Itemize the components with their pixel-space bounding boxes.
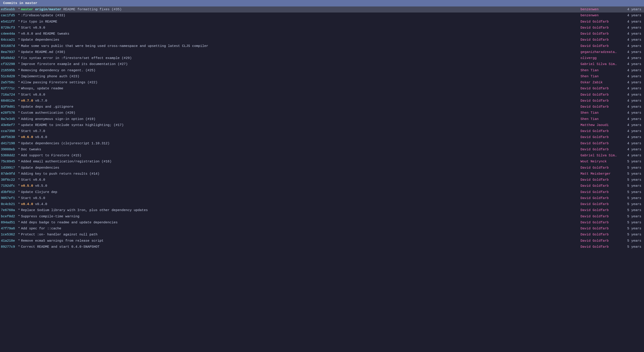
commit-hash[interactable]: 87de9fd: [1, 171, 17, 176]
commit-hash[interactable]: 2a5758c: [1, 80, 17, 85]
table-row[interactable]: cac1fd5 * :firebase/update (#33)benzenwe…: [0, 12, 644, 18]
commit-hash[interactable]: 0a7e345: [1, 117, 17, 122]
commit-hash[interactable]: 5368dd2: [1, 153, 17, 158]
table-row[interactable]: 9057ef1 * Start v0.5.0David Goldfarb5 ye…: [0, 195, 644, 201]
commit-hash[interactable]: 684812e: [1, 98, 17, 103]
commit-hash[interactable]: e28f576: [1, 110, 17, 116]
commit-author: David Goldfarb: [576, 43, 623, 49]
table-row[interactable]: 8549d42 * Fix syntax error in :firestore…: [0, 55, 644, 61]
table-row[interactable]: 684812e * v0.7.0 v0.7.0David Goldfarb4 y…: [0, 98, 644, 104]
commit-hash[interactable]: d417198: [1, 141, 17, 146]
commit-hash[interactable]: 64cca21: [1, 37, 17, 42]
commit-message: Start v0.9.0: [21, 25, 576, 30]
commit-message: Whoops, update readme: [21, 86, 576, 91]
commit-hash[interactable]: 1ce5362: [1, 232, 17, 237]
commit-hash[interactable]: ed5eabb: [1, 7, 17, 12]
table-row[interactable]: cf32298 * Improve firestore example and …: [0, 61, 644, 67]
commit-hash[interactable]: 89277c9: [1, 244, 17, 249]
commit-hash[interactable]: 83f9d01: [1, 104, 17, 109]
commit-hash[interactable]: 8549d42: [1, 56, 17, 61]
table-row[interactable]: ed5eabb * master origin/master README fo…: [0, 6, 644, 12]
commit-hash[interactable]: 41a218e: [1, 238, 17, 243]
table-row[interactable]: 83f9d01 * Update deps and .gitignoreDavi…: [0, 104, 644, 110]
table-row[interactable]: 51c6d20 * Implementing phone auth (#23)S…: [0, 73, 644, 80]
commit-hash[interactable]: 7192dfc: [1, 183, 17, 188]
commit-hash[interactable]: 46f5630: [1, 135, 17, 140]
table-row[interactable]: 1d39917 * Update dependenciesDavid Goldf…: [0, 165, 644, 171]
table-row[interactable]: 0c4cb21 * v0.4.0 v0.4.0David Goldfarb5 y…: [0, 201, 644, 207]
commit-hash[interactable]: 38f6c22: [1, 177, 17, 182]
table-row[interactable]: e28f576 * Custom authentication (#20)She…: [0, 110, 644, 116]
table-row[interactable]: 62f771c * Whoops, update readmeDavid Gol…: [0, 86, 644, 92]
title-bar: Commits in master: [0, 0, 644, 6]
commit-hash[interactable]: d3bf012: [1, 190, 17, 195]
commit-message: Improve firestore example and its docume…: [21, 62, 576, 67]
table-row[interactable]: 7e6760a * Replace Sodium library with Ir…: [0, 207, 644, 213]
table-row[interactable]: 46f5630 * v0.6.0 v0.6.0David Goldfarb4 y…: [0, 134, 644, 140]
commit-hash[interactable]: 9057ef1: [1, 196, 17, 201]
commit-hash[interactable]: bcef0d2: [1, 214, 17, 219]
commit-message: Start v0.8.0: [21, 92, 576, 97]
table-row[interactable]: 0a7e345 * Adding anonymous sign-in optio…: [0, 116, 644, 122]
commit-message: Suppress compile-time warning: [21, 214, 576, 219]
commit-star: *: [17, 43, 21, 49]
commit-author: David Goldfarb: [576, 183, 623, 188]
commit-star: *: [17, 196, 21, 201]
table-row[interactable]: 41a218e * Remove ecma5 warnings from rel…: [0, 238, 644, 244]
table-row[interactable]: c4ee44a * v0.8.0 and README tweaksDavid …: [0, 31, 644, 37]
commit-hash[interactable]: 47f79a6: [1, 226, 17, 231]
commit-hash[interactable]: 62f771c: [1, 86, 17, 91]
table-row[interactable]: d3bf012 * Update Clojure depDavid Goldfa…: [0, 189, 644, 195]
table-row[interactable]: cca7390 * Start v0.7.0David Goldfarb4 ye…: [0, 128, 644, 134]
table-row[interactable]: 38f6c22 * Start v0.6.0David Goldfarb5 ye…: [0, 177, 644, 183]
commit-message: v0.5.0 v0.5.0: [21, 183, 576, 188]
table-row[interactable]: 5368dd2 * Add support to Firestore (#15)…: [0, 153, 644, 159]
commit-hash[interactable]: 75c8945: [1, 159, 17, 164]
table-row[interactable]: 43e6ef7 * update README to include synta…: [0, 122, 644, 128]
table-row[interactable]: bcef0d2 * Suppress compile-time warningD…: [0, 213, 644, 219]
table-row[interactable]: 716a724 * Start v0.8.0David Goldfarb4 ye…: [0, 92, 644, 98]
commit-hash[interactable]: 931687d: [1, 43, 17, 49]
commit-hash[interactable]: 894ad51: [1, 220, 17, 225]
commit-hash[interactable]: 43e6ef7: [1, 123, 17, 128]
commit-time: 5 years: [623, 214, 643, 219]
commit-hash[interactable]: cf32298: [1, 62, 17, 67]
commit-hash[interactable]: e5411ff: [1, 19, 17, 24]
commit-time: 4 years: [623, 110, 643, 116]
table-row[interactable]: d417198 * Update dependencies (clojuresc…: [0, 141, 644, 147]
commit-time: 5 years: [623, 177, 643, 182]
commit-hash[interactable]: 8720cf3: [1, 25, 17, 30]
commit-hash[interactable]: cca7390: [1, 129, 17, 134]
commit-time: 5 years: [623, 232, 643, 237]
commit-hash[interactable]: c4ee44a: [1, 31, 17, 36]
table-row[interactable]: e5411ff * Fix typo in READMEDavid Goldfa…: [0, 19, 644, 25]
table-row[interactable]: 75c8945 * Added email authentication/reg…: [0, 159, 644, 165]
commit-hash[interactable]: 39008eb: [1, 147, 17, 152]
commit-star: *: [17, 141, 21, 146]
table-row[interactable]: 216595b * Removing dependency on reagent…: [0, 67, 644, 73]
table-row[interactable]: 894ad51 * Add deps badge to readme and u…: [0, 219, 644, 226]
table-row[interactable]: 8720cf3 * Start v0.9.0David Goldfarb4 ye…: [0, 25, 644, 31]
commit-hash[interactable]: 8ea7937: [1, 50, 17, 55]
table-row[interactable]: 87de9fd * Adding key to push return resu…: [0, 171, 644, 177]
table-row[interactable]: 2a5758c * Allow passing Firestore settin…: [0, 80, 644, 86]
commit-hash[interactable]: 51c6d20: [1, 74, 17, 79]
table-row[interactable]: 39008eb * Doc tweaksDavid Goldfarb4 year…: [0, 147, 644, 153]
commit-message: Add deps badge to readme and update depe…: [21, 220, 576, 225]
commit-hash[interactable]: 716a724: [1, 92, 17, 97]
commit-star: *: [17, 19, 21, 24]
commit-hash[interactable]: cac1fd5: [1, 13, 17, 18]
commit-hash[interactable]: 1d39917: [1, 165, 17, 171]
table-row[interactable]: 89277c9 * Correct README and start 0.4.0…: [0, 244, 644, 250]
commit-hash[interactable]: 7e6760a: [1, 208, 17, 213]
table-row[interactable]: 8ea7937 * Update README.md (#30)geganizh…: [0, 49, 644, 55]
commit-hash[interactable]: 216595b: [1, 68, 17, 73]
commit-hash[interactable]: 0c4cb21: [1, 202, 17, 207]
table-row[interactable]: 7192dfc * v0.5.0 v0.5.0David Goldfarb5 y…: [0, 183, 644, 189]
table-row[interactable]: 64cca21 * Update dependenciesDavid Goldf…: [0, 37, 644, 43]
commit-time: 4 years: [623, 147, 643, 152]
table-row[interactable]: 47f79a6 * Add spec for ::cacheDavid Gold…: [0, 226, 644, 232]
commit-message: v0.6.0 v0.6.0: [21, 135, 576, 140]
table-row[interactable]: 1ce5362 * Protect :on- handler against n…: [0, 232, 644, 238]
table-row[interactable]: 931687d * Make some vars public that wer…: [0, 43, 644, 49]
